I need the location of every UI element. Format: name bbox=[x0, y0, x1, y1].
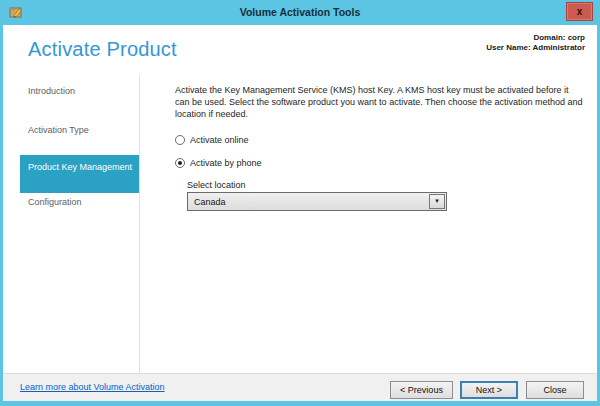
radio-button-selected-icon[interactable] bbox=[175, 158, 185, 168]
sidebar-divider bbox=[139, 75, 140, 373]
next-button[interactable]: Next > bbox=[460, 381, 518, 399]
page-title: Activate Product bbox=[28, 38, 177, 61]
user-name-label: User Name: Administrator bbox=[486, 43, 585, 53]
radio-activate-by-phone[interactable]: Activate by phone bbox=[175, 158, 262, 168]
sidebar-item-configuration[interactable]: Configuration bbox=[28, 197, 82, 207]
titlebar: Volume Activation Tools x bbox=[0, 0, 600, 25]
previous-button[interactable]: < Previous bbox=[390, 381, 453, 399]
close-button[interactable]: x bbox=[566, 2, 593, 21]
sidebar-item-product-key-management[interactable]: Product Key Management bbox=[20, 155, 139, 193]
radio-activate-by-phone-label: Activate by phone bbox=[190, 158, 262, 168]
page-description: Activate the Key Management Service (KMS… bbox=[175, 84, 584, 121]
close-dialog-button[interactable]: Close bbox=[526, 381, 584, 399]
select-location-label: Select location bbox=[187, 180, 246, 190]
sidebar-item-introduction[interactable]: Introduction bbox=[28, 86, 75, 96]
volume-activation-tools-window: Volume Activation Tools x Activate Produ… bbox=[0, 0, 600, 406]
select-location-value: Canada bbox=[188, 197, 429, 207]
sidebar-item-activation-type[interactable]: Activation Type bbox=[28, 125, 89, 135]
radio-activate-online-label: Activate online bbox=[190, 135, 249, 145]
dialog-body: Activate Product Domain: corp User Name:… bbox=[3, 25, 597, 401]
radio-button-icon[interactable] bbox=[175, 135, 185, 145]
footer-bar: Learn more about Volume Activation < Pre… bbox=[3, 373, 597, 401]
window-title: Volume Activation Tools bbox=[0, 0, 600, 25]
radio-activate-online[interactable]: Activate online bbox=[175, 135, 249, 145]
select-location-dropdown[interactable]: Canada ▼ bbox=[187, 192, 447, 211]
dropdown-arrow-icon[interactable]: ▼ bbox=[429, 194, 445, 209]
app-icon bbox=[9, 5, 23, 19]
domain-label: Domain: corp bbox=[486, 33, 585, 43]
learn-more-link[interactable]: Learn more about Volume Activation bbox=[20, 382, 165, 392]
session-info: Domain: corp User Name: Administrator bbox=[486, 33, 585, 52]
